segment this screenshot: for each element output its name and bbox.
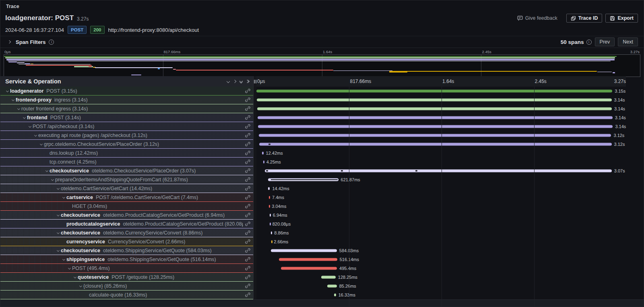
row-collapse-chevron[interactable] [21, 116, 27, 118]
span-row[interactable]: loadgeneratorPOST (3.15s)3.15s [0, 87, 644, 95]
span-link-icon[interactable] [243, 122, 252, 131]
span-row[interactable]: HGET (3.04ms)3.04ms [0, 202, 644, 211]
export-button[interactable]: Export [605, 14, 638, 23]
span-row[interactable]: quoteservicePOST /getquote (128.25ms)128… [0, 273, 644, 282]
span-duration-bar[interactable] [271, 241, 272, 243]
span-timeline-cell[interactable]: 4.25ms [256, 158, 626, 166]
row-collapse-chevron[interactable] [38, 143, 44, 145]
span-timeline-cell[interactable]: 6.94ms [256, 211, 626, 220]
span-duration-bar[interactable] [269, 196, 270, 199]
span-name-cell[interactable]: frontendPOST (3.14s) [0, 113, 253, 122]
minimap-canvas[interactable] [4, 54, 640, 77]
span-duration-bar[interactable] [334, 294, 336, 297]
expand-one-icon[interactable] [231, 78, 238, 85]
span-row[interactable]: currencyserviceCurrencyService/Convert (… [0, 237, 644, 246]
span-name-cell[interactable]: {closure} (85.26ms) [0, 282, 253, 290]
span-name-cell[interactable]: prepareOrderItemsAndShippingQuoteFromCar… [0, 175, 253, 184]
span-row[interactable]: frontend-proxyingress (3.14s)3.14s [0, 95, 644, 104]
row-collapse-chevron[interactable] [4, 90, 10, 92]
span-name-cell[interactable]: productcatalogserviceoteldemo.ProductCat… [0, 220, 253, 228]
span-name-cell[interactable]: loadgeneratorPOST (3.15s) [0, 87, 253, 95]
span-timeline-cell[interactable]: 3.14s [256, 95, 626, 104]
span-duration-bar[interactable] [281, 267, 337, 270]
span-timeline-cell[interactable]: 85.26ms [256, 282, 626, 290]
collapse-one-icon[interactable] [225, 78, 231, 85]
span-timeline-cell[interactable]: 3.15s [256, 87, 626, 95]
span-row[interactable]: cartservicePOST /oteldemo.CartService/Ge… [0, 193, 644, 202]
span-link-icon[interactable] [243, 158, 252, 166]
span-link-icon[interactable] [243, 166, 252, 175]
span-link-icon[interactable] [243, 264, 252, 272]
span-duration-bar[interactable] [258, 125, 613, 128]
span-link-icon[interactable] [243, 282, 252, 290]
row-collapse-chevron[interactable] [66, 267, 72, 269]
span-link-icon[interactable] [243, 255, 252, 263]
span-row[interactable]: frontendPOST (3.14s)3.14s [0, 113, 644, 122]
span-row[interactable]: calculate-quote (16.33ms)16.33ms [0, 290, 644, 299]
span-timeline-cell[interactable]: 12.42ms [256, 149, 626, 158]
span-timeline-cell[interactable]: 584.03ms [256, 246, 626, 255]
span-row[interactable]: checkoutserviceoteldemo.CurrencyService/… [0, 228, 644, 237]
span-row[interactable]: checkoutserviceoteldemo.CheckoutService/… [0, 166, 644, 175]
span-name-cell[interactable]: router frontend egress (3.14s) [0, 104, 253, 113]
span-duration-bar[interactable] [270, 223, 271, 226]
span-timeline-cell[interactable]: 3.14s [256, 113, 626, 122]
span-timeline-cell[interactable]: 3.12s [256, 131, 626, 140]
span-row[interactable]: dns.lookup (12.42ms)12.42ms [0, 149, 644, 158]
span-duration-bar[interactable] [268, 187, 270, 190]
span-timeline-cell[interactable]: 8.86ms [256, 228, 626, 237]
span-link-icon[interactable] [243, 140, 252, 148]
span-duration-bar[interactable] [279, 258, 337, 261]
row-collapse-chevron[interactable] [10, 99, 16, 101]
span-timeline-cell[interactable]: 495.4ms [256, 264, 626, 273]
span-name-cell[interactable]: tcp.connect (4.25ms) [0, 158, 253, 166]
span-row[interactable]: executing api route (pages) /api/checkou… [0, 131, 644, 140]
span-row[interactable]: tcp.connect (4.25ms)4.25ms [0, 158, 644, 166]
span-filters-expand-chevron[interactable] [6, 39, 12, 45]
span-duration-bar[interactable] [269, 205, 270, 208]
span-timeline-cell[interactable]: 3.07s [256, 166, 626, 175]
span-duration-bar[interactable] [257, 99, 611, 102]
span-duration-bar[interactable] [258, 116, 612, 119]
expand-all-icon[interactable] [244, 78, 251, 85]
span-timeline-cell[interactable]: 2.66ms [256, 237, 626, 246]
span-row[interactable]: productcatalogserviceoteldemo.ProductCat… [0, 220, 644, 228]
collapse-all-icon[interactable] [238, 78, 244, 85]
span-row[interactable]: checkoutserviceoteldemo.ProductCatalogSe… [0, 211, 644, 220]
span-name-cell[interactable]: HGET (3.04ms) [0, 202, 253, 211]
row-collapse-chevron[interactable] [55, 249, 61, 251]
span-duration-bar[interactable] [271, 232, 272, 234]
span-filters-info-icon[interactable] [49, 39, 54, 45]
span-name-cell[interactable]: currencyserviceCurrencyService/Convert (… [0, 237, 253, 246]
span-duration-bar[interactable] [271, 249, 337, 252]
span-name-cell[interactable]: calculate-quote (16.33ms) [0, 290, 253, 299]
span-link-icon[interactable] [243, 184, 252, 193]
span-name-cell[interactable]: executing api route (pages) /api/checkou… [0, 131, 253, 140]
span-row[interactable]: oteldemo.CartService/GetCart (14.42ms)14… [0, 184, 644, 193]
span-timeline-cell[interactable]: 3.12s [256, 140, 626, 149]
span-name-cell[interactable]: grpc.oteldemo.CheckoutService/PlaceOrder… [0, 140, 253, 149]
row-collapse-chevron[interactable] [44, 170, 50, 172]
row-collapse-chevron[interactable] [61, 196, 66, 198]
span-timeline-cell[interactable]: 3.04ms [256, 202, 626, 211]
prev-button[interactable]: Prev [595, 37, 615, 46]
span-duration-bar[interactable] [259, 143, 612, 146]
span-duration-bar[interactable] [257, 108, 612, 110]
row-collapse-chevron[interactable] [61, 258, 66, 260]
span-duration-bar[interactable] [256, 90, 612, 93]
span-name-cell[interactable]: quoteservicePOST /getquote (128.25ms) [0, 273, 253, 282]
span-name-cell[interactable]: checkoutserviceoteldemo.ShippingService/… [0, 246, 253, 255]
span-duration-bar[interactable] [265, 170, 612, 172]
span-row[interactable]: POST (495.4ms)495.4ms [0, 264, 644, 273]
span-timeline-cell[interactable]: 3.14s [256, 104, 626, 113]
span-timeline-cell[interactable]: 3.14s [256, 122, 626, 131]
span-row[interactable]: prepareOrderItemsAndShippingQuoteFromCar… [0, 175, 644, 184]
span-timeline-cell[interactable]: 516.14ms [256, 255, 626, 264]
give-feedback-link[interactable]: Give feedback [517, 15, 557, 21]
row-collapse-chevron[interactable] [72, 276, 78, 278]
row-collapse-chevron[interactable] [55, 232, 61, 234]
span-count-info-icon[interactable] [586, 39, 592, 45]
span-link-icon[interactable] [243, 95, 252, 104]
span-link-icon[interactable] [243, 149, 252, 157]
span-duration-bar[interactable] [321, 276, 336, 279]
